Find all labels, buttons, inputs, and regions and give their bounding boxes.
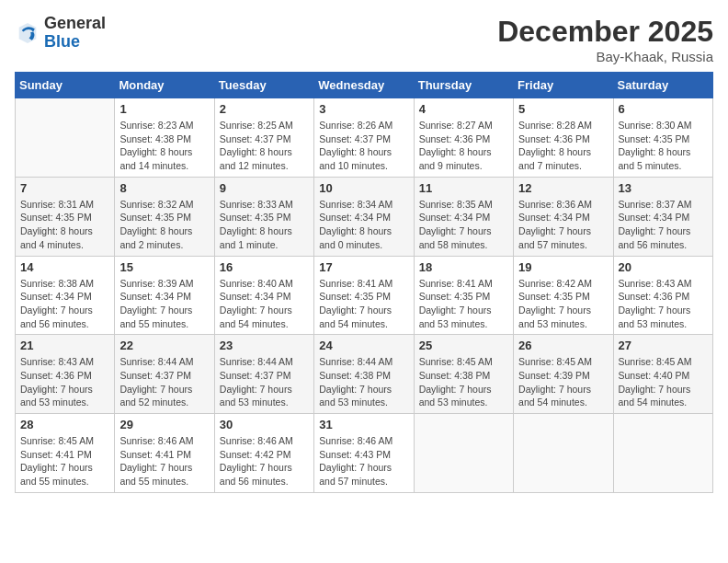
day-number: 7 <box>20 181 109 195</box>
calendar-cell: 4Sunrise: 8:27 AM Sunset: 4:36 PM Daylig… <box>414 98 513 178</box>
weekday-header-wednesday: Wednesday <box>314 73 414 98</box>
weekday-header-friday: Friday <box>514 73 613 98</box>
calendar-cell: 23Sunrise: 8:44 AM Sunset: 4:37 PM Dayli… <box>214 335 313 414</box>
day-info: Sunrise: 8:44 AM Sunset: 4:38 PM Dayligh… <box>319 355 408 409</box>
day-info: Sunrise: 8:41 AM Sunset: 4:35 PM Dayligh… <box>419 277 508 331</box>
weekday-header-sunday: Sunday <box>16 73 115 98</box>
day-info: Sunrise: 8:42 AM Sunset: 4:35 PM Dayligh… <box>518 277 608 331</box>
logo-icon <box>15 20 40 46</box>
day-info: Sunrise: 8:31 AM Sunset: 4:35 PM Dayligh… <box>20 198 109 252</box>
day-number: 17 <box>319 260 408 274</box>
calendar-cell: 5Sunrise: 8:28 AM Sunset: 4:36 PM Daylig… <box>514 98 613 178</box>
day-number: 3 <box>319 102 408 116</box>
day-info: Sunrise: 8:33 AM Sunset: 4:35 PM Dayligh… <box>220 198 309 252</box>
calendar-cell: 19Sunrise: 8:42 AM Sunset: 4:35 PM Dayli… <box>514 256 613 335</box>
day-number: 4 <box>419 102 508 116</box>
day-info: Sunrise: 8:45 AM Sunset: 4:38 PM Dayligh… <box>419 355 508 409</box>
calendar-cell: 12Sunrise: 8:36 AM Sunset: 4:34 PM Dayli… <box>514 177 613 256</box>
day-number: 20 <box>619 260 708 274</box>
day-number: 9 <box>220 181 309 195</box>
calendar-cell: 13Sunrise: 8:37 AM Sunset: 4:34 PM Dayli… <box>613 177 712 256</box>
day-number: 23 <box>220 339 309 352</box>
day-info: Sunrise: 8:46 AM Sunset: 4:42 PM Dayligh… <box>220 434 309 488</box>
day-info: Sunrise: 8:34 AM Sunset: 4:34 PM Dayligh… <box>319 198 408 252</box>
calendar-cell: 21Sunrise: 8:43 AM Sunset: 4:36 PM Dayli… <box>16 335 115 414</box>
day-number: 29 <box>119 418 209 431</box>
day-number: 14 <box>20 260 109 274</box>
day-number: 18 <box>419 260 508 274</box>
day-number: 1 <box>119 102 209 116</box>
weekday-header-monday: Monday <box>115 73 214 98</box>
calendar-cell: 27Sunrise: 8:45 AM Sunset: 4:40 PM Dayli… <box>613 335 712 414</box>
calendar-cell: 1Sunrise: 8:23 AM Sunset: 4:38 PM Daylig… <box>115 98 214 178</box>
calendar-cell: 15Sunrise: 8:39 AM Sunset: 4:34 PM Dayli… <box>115 256 214 335</box>
day-number: 11 <box>419 181 508 195</box>
day-info: Sunrise: 8:28 AM Sunset: 4:36 PM Dayligh… <box>518 119 608 173</box>
calendar-cell: 6Sunrise: 8:30 AM Sunset: 4:35 PM Daylig… <box>613 98 712 178</box>
day-info: Sunrise: 8:26 AM Sunset: 4:37 PM Dayligh… <box>319 119 408 173</box>
day-number: 30 <box>220 418 309 431</box>
day-info: Sunrise: 8:37 AM Sunset: 4:34 PM Dayligh… <box>619 198 708 252</box>
calendar-cell <box>613 414 712 493</box>
day-number: 5 <box>518 102 608 116</box>
weekday-header-thursday: Thursday <box>414 73 513 98</box>
day-info: Sunrise: 8:35 AM Sunset: 4:34 PM Dayligh… <box>419 198 508 252</box>
day-info: Sunrise: 8:43 AM Sunset: 4:36 PM Dayligh… <box>619 277 708 331</box>
calendar-cell: 16Sunrise: 8:40 AM Sunset: 4:34 PM Dayli… <box>214 256 313 335</box>
day-number: 24 <box>319 339 408 352</box>
day-number: 16 <box>220 260 309 274</box>
day-info: Sunrise: 8:27 AM Sunset: 4:36 PM Dayligh… <box>419 119 508 173</box>
logo-text: General Blue <box>44 15 106 52</box>
day-info: Sunrise: 8:44 AM Sunset: 4:37 PM Dayligh… <box>119 355 209 409</box>
day-info: Sunrise: 8:30 AM Sunset: 4:35 PM Dayligh… <box>619 119 708 173</box>
calendar-cell: 8Sunrise: 8:32 AM Sunset: 4:35 PM Daylig… <box>115 177 214 256</box>
calendar-cell: 9Sunrise: 8:33 AM Sunset: 4:35 PM Daylig… <box>214 177 313 256</box>
day-info: Sunrise: 8:23 AM Sunset: 4:38 PM Dayligh… <box>119 119 209 173</box>
day-info: Sunrise: 8:44 AM Sunset: 4:37 PM Dayligh… <box>220 355 309 409</box>
day-number: 15 <box>119 260 209 274</box>
day-number: 2 <box>220 102 309 116</box>
calendar-cell: 7Sunrise: 8:31 AM Sunset: 4:35 PM Daylig… <box>16 177 115 256</box>
day-number: 6 <box>619 102 708 116</box>
calendar-cell: 31Sunrise: 8:46 AM Sunset: 4:43 PM Dayli… <box>314 414 414 493</box>
day-number: 19 <box>518 260 608 274</box>
calendar-cell: 26Sunrise: 8:45 AM Sunset: 4:39 PM Dayli… <box>514 335 613 414</box>
page-header: General Blue December 2025 Bay-Khaak, Ru… <box>15 15 713 64</box>
day-number: 21 <box>20 339 109 352</box>
day-number: 25 <box>419 339 508 352</box>
calendar-cell: 30Sunrise: 8:46 AM Sunset: 4:42 PM Dayli… <box>214 414 313 493</box>
day-info: Sunrise: 8:46 AM Sunset: 4:41 PM Dayligh… <box>119 434 209 488</box>
day-info: Sunrise: 8:40 AM Sunset: 4:34 PM Dayligh… <box>220 277 309 331</box>
location: Bay-Khaak, Russia <box>497 49 713 64</box>
calendar-cell: 14Sunrise: 8:38 AM Sunset: 4:34 PM Dayli… <box>16 256 115 335</box>
weekday-header-tuesday: Tuesday <box>214 73 313 98</box>
calendar-cell: 10Sunrise: 8:34 AM Sunset: 4:34 PM Dayli… <box>314 177 414 256</box>
day-number: 13 <box>619 181 708 195</box>
logo: General Blue <box>15 15 106 52</box>
weekday-header-saturday: Saturday <box>613 73 712 98</box>
day-number: 28 <box>20 418 109 431</box>
calendar-week-row: 28Sunrise: 8:45 AM Sunset: 4:41 PM Dayli… <box>16 414 713 493</box>
day-info: Sunrise: 8:32 AM Sunset: 4:35 PM Dayligh… <box>119 198 209 252</box>
day-info: Sunrise: 8:25 AM Sunset: 4:37 PM Dayligh… <box>220 119 309 173</box>
day-number: 31 <box>319 418 408 431</box>
day-info: Sunrise: 8:45 AM Sunset: 4:40 PM Dayligh… <box>619 355 708 409</box>
day-info: Sunrise: 8:46 AM Sunset: 4:43 PM Dayligh… <box>319 434 408 488</box>
calendar: SundayMondayTuesdayWednesdayThursdayFrid… <box>15 72 713 493</box>
day-number: 27 <box>619 339 708 352</box>
calendar-cell: 3Sunrise: 8:26 AM Sunset: 4:37 PM Daylig… <box>314 98 414 178</box>
day-info: Sunrise: 8:39 AM Sunset: 4:34 PM Dayligh… <box>119 277 209 331</box>
calendar-cell: 2Sunrise: 8:25 AM Sunset: 4:37 PM Daylig… <box>214 98 313 178</box>
calendar-week-row: 7Sunrise: 8:31 AM Sunset: 4:35 PM Daylig… <box>16 177 713 256</box>
day-number: 26 <box>518 339 608 352</box>
calendar-week-row: 21Sunrise: 8:43 AM Sunset: 4:36 PM Dayli… <box>16 335 713 414</box>
day-info: Sunrise: 8:43 AM Sunset: 4:36 PM Dayligh… <box>20 355 109 409</box>
day-number: 22 <box>119 339 209 352</box>
calendar-cell: 29Sunrise: 8:46 AM Sunset: 4:41 PM Dayli… <box>115 414 214 493</box>
day-info: Sunrise: 8:41 AM Sunset: 4:35 PM Dayligh… <box>319 277 408 331</box>
month-title: December 2025 <box>497 15 713 49</box>
calendar-cell <box>414 414 513 493</box>
title-block: December 2025 Bay-Khaak, Russia <box>497 15 713 64</box>
day-number: 10 <box>319 181 408 195</box>
day-number: 12 <box>518 181 608 195</box>
